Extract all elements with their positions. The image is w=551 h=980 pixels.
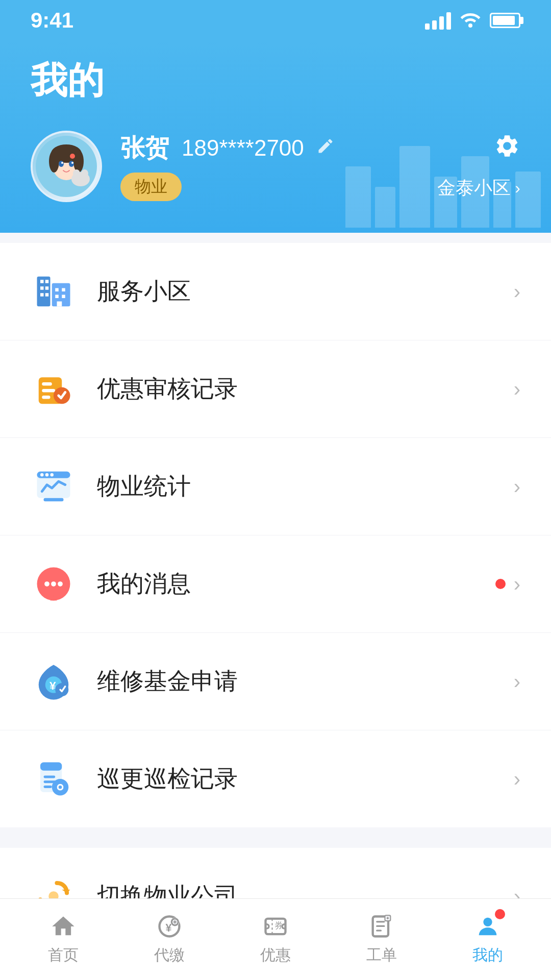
edit-icon[interactable] bbox=[316, 137, 335, 160]
svg-rect-18 bbox=[40, 286, 44, 290]
nav-workorder-label: 工单 bbox=[366, 945, 397, 966]
workorder-icon-wrap bbox=[368, 913, 395, 940]
svg-point-35 bbox=[40, 473, 44, 477]
menu-item-patrol-record[interactable]: 巡更巡检记录 › bbox=[0, 730, 551, 827]
svg-point-37 bbox=[51, 473, 54, 477]
menu-right-2: › bbox=[514, 378, 520, 401]
profile-name-row: 张贺 189****2700 bbox=[120, 132, 335, 164]
svg-point-3 bbox=[49, 150, 59, 173]
coupon-icon-wrap: 券 bbox=[262, 913, 289, 940]
svg-point-5 bbox=[59, 161, 64, 167]
svg-rect-47 bbox=[40, 763, 62, 771]
nav-item-mine[interactable]: 我的 bbox=[435, 913, 541, 966]
maintenance-fund-icon: ¥ bbox=[31, 658, 77, 704]
nav-item-workorder[interactable]: 工单 bbox=[329, 913, 435, 966]
svg-point-10 bbox=[73, 169, 80, 178]
menu-chevron-icon-4: › bbox=[514, 573, 520, 596]
page-title: 我的 bbox=[31, 56, 520, 105]
menu-section-1: 服务小区 › 优惠审核记录 › bbox=[0, 243, 551, 827]
avatar-image bbox=[33, 133, 100, 200]
svg-point-7 bbox=[61, 162, 63, 164]
my-message-label: 我的消息 bbox=[97, 568, 495, 600]
svg-rect-71 bbox=[376, 930, 382, 932]
menu-chevron-icon-2: › bbox=[514, 378, 520, 401]
svg-rect-21 bbox=[45, 293, 49, 297]
menu-chevron-icon-6: › bbox=[514, 768, 520, 791]
message-badge bbox=[495, 579, 506, 589]
header-section: 我的 bbox=[0, 41, 551, 233]
nav-item-payment[interactable]: ¥ 代缴 bbox=[116, 913, 222, 966]
svg-rect-27 bbox=[57, 302, 62, 307]
nav-payment-label: 代缴 bbox=[154, 945, 185, 966]
patrol-record-label: 巡更巡检记录 bbox=[97, 763, 514, 795]
svg-point-36 bbox=[45, 473, 49, 477]
svg-point-40 bbox=[44, 581, 49, 586]
coupon-review-icon bbox=[31, 366, 77, 412]
menu-item-property-stats[interactable]: 物业统计 › bbox=[0, 438, 551, 535]
menu-item-coupon-review[interactable]: 优惠审核记录 › bbox=[0, 340, 551, 438]
my-message-icon bbox=[31, 561, 77, 607]
menu-right-4: › bbox=[495, 573, 520, 596]
nav-coupon-label: 优惠 bbox=[260, 945, 291, 966]
svg-point-14 bbox=[70, 154, 75, 159]
menu-right-1: › bbox=[514, 280, 520, 303]
menu-item-my-message[interactable]: 我的消息 › bbox=[0, 535, 551, 633]
menu-item-service-community[interactable]: 服务小区 › bbox=[0, 243, 551, 340]
section-divider bbox=[0, 827, 551, 838]
user-name: 张贺 bbox=[120, 132, 169, 164]
service-community-label: 服务小区 bbox=[97, 276, 514, 307]
svg-point-11 bbox=[81, 169, 88, 178]
svg-point-75 bbox=[483, 918, 492, 926]
avatar[interactable] bbox=[31, 131, 102, 202]
svg-point-53 bbox=[59, 786, 62, 789]
menu-right-6: › bbox=[514, 768, 520, 791]
payment-icon-wrap: ¥ bbox=[156, 913, 183, 940]
svg-point-8 bbox=[71, 162, 73, 164]
menu-chevron-icon: › bbox=[514, 280, 520, 303]
property-stats-label: 物业统计 bbox=[97, 471, 514, 502]
svg-point-41 bbox=[51, 581, 56, 586]
property-stats-icon bbox=[31, 463, 77, 509]
svg-rect-23 bbox=[55, 288, 59, 292]
svg-rect-16 bbox=[40, 280, 44, 283]
menu-item-maintenance-fund[interactable]: ¥ 维修基金申请 › bbox=[0, 633, 551, 730]
nav-item-coupon[interactable]: 券 优惠 bbox=[222, 913, 329, 966]
svg-rect-29 bbox=[42, 382, 52, 386]
maintenance-fund-label: 维修基金申请 bbox=[97, 666, 514, 697]
nav-mine-label: 我的 bbox=[472, 945, 503, 966]
svg-rect-31 bbox=[42, 396, 50, 399]
svg-rect-69 bbox=[376, 921, 385, 922]
status-icons bbox=[425, 9, 520, 32]
nav-item-home[interactable]: 首页 bbox=[10, 913, 116, 966]
menu-chevron-icon-3: › bbox=[514, 475, 520, 498]
city-decoration bbox=[345, 146, 541, 228]
svg-point-45 bbox=[55, 683, 68, 696]
status-bar: 9:41 bbox=[0, 0, 551, 41]
svg-rect-38 bbox=[44, 498, 64, 502]
svg-text:¥: ¥ bbox=[49, 679, 56, 692]
menu-right-5: › bbox=[514, 670, 520, 693]
svg-rect-20 bbox=[40, 293, 44, 297]
battery-icon bbox=[490, 13, 520, 28]
svg-point-4 bbox=[73, 150, 84, 173]
wifi-icon bbox=[460, 9, 481, 32]
signal-icon bbox=[425, 11, 451, 30]
svg-rect-19 bbox=[45, 286, 49, 290]
menu-chevron-icon-5: › bbox=[514, 670, 520, 693]
user-role-badge: 物业 bbox=[120, 173, 182, 201]
service-community-icon bbox=[31, 268, 77, 314]
profile-info: 张贺 189****2700 物业 bbox=[120, 132, 335, 201]
svg-point-6 bbox=[69, 161, 74, 167]
nav-home-label: 首页 bbox=[48, 945, 79, 966]
patrol-record-icon bbox=[31, 756, 77, 802]
bottom-navigation: 首页 ¥ 代缴 券 优惠 bbox=[0, 898, 551, 980]
svg-rect-70 bbox=[376, 925, 385, 927]
svg-rect-26 bbox=[62, 295, 65, 299]
svg-text:券: 券 bbox=[274, 920, 283, 930]
svg-rect-30 bbox=[42, 389, 55, 393]
svg-rect-24 bbox=[62, 288, 65, 292]
svg-rect-50 bbox=[44, 786, 52, 788]
svg-rect-17 bbox=[45, 280, 49, 283]
status-time: 9:41 bbox=[31, 8, 73, 33]
profile-left: 张贺 189****2700 物业 bbox=[31, 131, 335, 202]
